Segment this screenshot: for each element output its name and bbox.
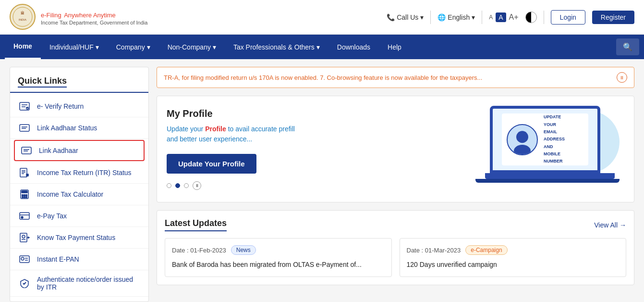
main-content: Quick Links e- Verify Return — [0, 59, 644, 302]
language-selector[interactable]: 🌐 English ▾ — [437, 13, 475, 21]
divider2 — [482, 11, 482, 24]
card-text-2: 120 Days unverified campaign — [407, 260, 620, 270]
right-content: TR-A, for filing modified return u/s 170… — [157, 67, 634, 302]
logo-tagline: Anywhere Anytime — [64, 12, 116, 19]
card-date-1: Date : 01-Feb-2023 — [172, 247, 226, 254]
aadhaar-status-icon — [18, 123, 31, 133]
svg-point-30 — [22, 235, 25, 238]
logo: 🏛 INDIA e-Filing Anywhere Anytime Income… — [10, 4, 147, 30]
lang-dropdown-icon: ▾ — [472, 13, 475, 21]
svg-point-0 — [10, 4, 35, 29]
nav-noncompany-dropdown-icon: ▾ — [213, 43, 216, 51]
svg-rect-26 — [20, 213, 29, 219]
sidebar-item-linkaadhaar[interactable]: Link Aadhaar — [14, 140, 145, 161]
nav-individual-dropdown-icon: ▾ — [96, 43, 99, 51]
svg-point-23 — [22, 197, 24, 198]
nav-taxprofessionals[interactable]: Tax Professionals & Others ▾ — [225, 36, 328, 59]
sidebar: Quick Links e- Verify Return — [10, 67, 149, 302]
logo-text: e-Filing Anywhere Anytime Income Tax Dep… — [41, 9, 147, 25]
view-all-link[interactable]: View All → — [594, 221, 626, 229]
nav-individual[interactable]: Individual/HUF ▾ — [41, 36, 108, 59]
login-button[interactable]: Login — [551, 10, 585, 25]
sidebar-item-epaytax[interactable]: e-Pay Tax — [10, 205, 148, 227]
svg-point-7 — [26, 107, 29, 110]
nav-home[interactable]: Home — [5, 35, 41, 59]
auth-icon — [18, 278, 31, 289]
svg-point-22 — [26, 195, 27, 196]
card-badge-1: News — [231, 245, 256, 255]
carousel-dot-1[interactable] — [167, 183, 171, 188]
sidebar-item-knowtax[interactable]: Know Tax Payment Status — [10, 227, 148, 249]
sidebar-item-instantepan[interactable]: Instant E-PAN — [10, 249, 148, 270]
knowtax-icon — [18, 232, 31, 243]
card-badge-2: e-Campaign — [465, 245, 507, 255]
sidebar-item-everify[interactable]: e- Verify Return — [10, 96, 148, 117]
calc-icon — [18, 189, 31, 200]
carousel-pause-button[interactable]: ⏸ — [193, 181, 201, 190]
profile-left: My Profile Update your Profile to avail … — [167, 108, 471, 190]
card-text-1: Bank of Baroda has been migrated from OL… — [172, 260, 385, 270]
search-button[interactable]: 🔍 — [616, 38, 639, 55]
sidebar-item-authenticate[interactable]: Authenticate notice/order issued by ITR — [10, 270, 148, 297]
update-card-1: Date : 01-Feb-2023 News Bank of Baroda h… — [165, 238, 392, 277]
updates-title: Latest Updates — [165, 218, 227, 231]
svg-rect-8 — [20, 125, 29, 131]
marquee-banner: TR-A, for filing modified return u/s 170… — [157, 67, 634, 88]
profile-section: My Profile Update your Profile to avail … — [157, 96, 634, 202]
phone-icon: 📞 — [387, 13, 395, 21]
logo-efiling: e-Filing Anywhere Anytime — [41, 9, 147, 20]
svg-rect-11 — [22, 147, 31, 154]
profile-description: Update your Profile to avail accurate pr… — [167, 124, 471, 144]
nav-company[interactable]: Company ▾ — [108, 36, 159, 59]
laptop-screen-text: UPDATE YOUR EMAIL ADDRESS AND MOBILE NUM… — [544, 113, 565, 165]
header-controls: 📞 Call Us ▾ 🌐 English ▾ A A A+ Login Reg… — [387, 10, 634, 25]
font-controls: A A A+ — [489, 13, 518, 22]
nav-taxprofessionals-dropdown-icon: ▾ — [316, 43, 320, 51]
card-meta-1: Date : 01-Feb-2023 News — [172, 245, 385, 255]
font-large-btn[interactable]: A+ — [509, 13, 519, 22]
pan-icon — [18, 254, 31, 264]
svg-text:INDIA: INDIA — [19, 18, 26, 21]
svg-point-36 — [516, 131, 528, 143]
nav-help[interactable]: Help — [379, 36, 410, 59]
call-us[interactable]: 📞 Call Us ▾ — [387, 13, 424, 21]
profile-title: My Profile — [167, 108, 471, 119]
svg-point-20 — [22, 195, 24, 196]
navbar: Home Individual/HUF ▾ Company ▾ Non-Comp… — [0, 35, 644, 59]
itr-icon — [18, 167, 31, 178]
carousel-dot-2[interactable] — [175, 183, 180, 188]
pause-button[interactable]: ⏸ — [617, 72, 627, 83]
nav-downloads[interactable]: Downloads — [328, 36, 379, 59]
logo-subtitle: Income Tax Department, Government of Ind… — [41, 20, 147, 25]
svg-text:🏛: 🏛 — [21, 11, 24, 15]
carousel-dots: ⏸ — [167, 181, 471, 190]
profile-link[interactable]: Profile — [205, 125, 226, 133]
svg-rect-14 — [20, 168, 27, 177]
updates-cards: Date : 01-Feb-2023 News Bank of Baroda h… — [165, 238, 626, 277]
profile-illustration: UPDATE YOUR EMAIL ADDRESS AND MOBILE NUM… — [471, 106, 624, 192]
sidebar-item-itrstatus[interactable]: Income Tax Return (ITR) Status — [10, 162, 148, 184]
update-card-2: Date : 01-Mar-2023 e-Campaign 120 Days u… — [400, 238, 627, 277]
sidebar-item-linkaadhaarstatus[interactable]: Link Aadhaar Status — [10, 117, 148, 139]
svg-point-25 — [26, 197, 27, 198]
laptop-avatar — [507, 124, 538, 155]
call-dropdown-icon: ▾ — [420, 13, 424, 21]
update-profile-button[interactable]: Update Your Profile — [167, 154, 256, 174]
carousel-dot-3[interactable] — [184, 183, 189, 188]
contrast-toggle[interactable] — [525, 12, 537, 23]
verify-icon — [18, 101, 31, 112]
latest-updates: Latest Updates View All → Date : 01-Feb-… — [157, 210, 634, 285]
svg-point-24 — [24, 197, 25, 198]
font-small-btn[interactable]: A — [489, 14, 493, 21]
nav-noncompany[interactable]: Non-Company ▾ — [159, 36, 225, 59]
divider3 — [544, 11, 544, 24]
svg-point-33 — [21, 257, 24, 260]
globe-icon: 🌐 — [437, 13, 446, 21]
font-normal-btn[interactable]: A — [496, 13, 506, 22]
updates-header: Latest Updates View All → — [165, 218, 626, 231]
card-date-2: Date : 01-Mar-2023 — [407, 247, 461, 254]
register-button[interactable]: Register — [592, 11, 634, 24]
card-meta-2: Date : 01-Mar-2023 e-Campaign — [407, 245, 620, 255]
divider1 — [430, 11, 431, 24]
sidebar-item-calculator[interactable]: Income Tax Calculator — [10, 184, 148, 205]
